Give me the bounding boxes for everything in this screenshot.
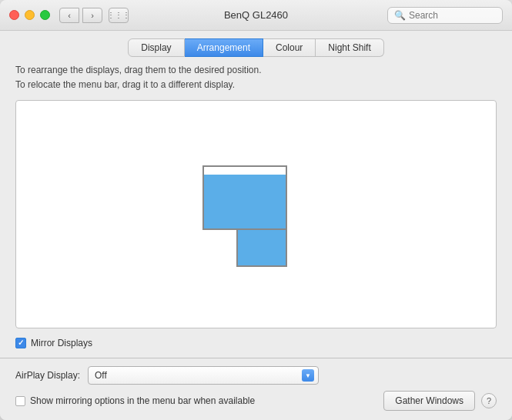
mirror-displays-checkbox[interactable]: ✓ [15, 338, 26, 348]
display-main[interactable] [202, 168, 287, 230]
back-button[interactable]: ‹ [59, 8, 79, 23]
displays-container [195, 153, 318, 276]
tabs-row: Display Arrangement Colour Night Shift [0, 31, 512, 63]
display-secondary[interactable] [236, 228, 287, 267]
airplay-dropdown-wrapper: Off On ▼ [88, 366, 319, 385]
forward-button[interactable]: › [82, 8, 102, 23]
titlebar: ‹ › ⋮⋮⋮ BenQ GL2460 🔍 [0, 0, 512, 31]
tab-nightshift[interactable]: Night Shift [316, 38, 383, 57]
airplay-dropdown[interactable]: Off On [88, 366, 319, 385]
maximize-button[interactable] [40, 10, 50, 20]
search-box[interactable]: 🔍 [387, 7, 503, 24]
show-mirroring-checkbox[interactable] [15, 396, 25, 406]
help-button[interactable]: ? [481, 393, 497, 408]
description-line1: To rearrange the displays, drag them to … [15, 63, 497, 78]
close-button[interactable] [9, 10, 19, 20]
airplay-label: AirPlay Display: [15, 370, 80, 381]
mirror-displays-row: ✓ Mirror Displays [15, 338, 497, 348]
mirror-displays-label[interactable]: Mirror Displays [31, 338, 92, 348]
search-input[interactable] [409, 10, 496, 21]
grid-button[interactable]: ⋮⋮⋮ [109, 8, 129, 23]
footer-row: Show mirroring options in the menu bar w… [15, 391, 497, 411]
description-line2: To relocate the menu bar, drag it to a d… [15, 78, 497, 92]
display-main-menubar [202, 165, 287, 175]
description: To rearrange the displays, drag them to … [15, 63, 497, 92]
show-mirroring-label: Show mirroring options in the menu bar w… [30, 395, 255, 406]
tab-display[interactable]: Display [128, 38, 184, 57]
checkmark-icon: ✓ [18, 339, 24, 347]
airplay-row: AirPlay Display: Off On ▼ [15, 366, 497, 385]
bottom-section: AirPlay Display: Off On ▼ Show mirroring… [0, 358, 512, 420]
main-window: ‹ › ⋮⋮⋮ BenQ GL2460 🔍 Display Arrangemen… [0, 0, 512, 420]
tab-colour[interactable]: Colour [263, 38, 316, 57]
window-title: BenQ GL2460 [224, 9, 288, 21]
minimize-button[interactable] [25, 10, 35, 20]
content-area: To rearrange the displays, drag them to … [0, 63, 512, 358]
search-icon: 🔍 [394, 10, 406, 21]
tab-arrangement[interactable]: Arrangement [185, 38, 263, 57]
show-mirroring-row: Show mirroring options in the menu bar w… [15, 395, 255, 406]
footer-buttons: Gather Windows ? [383, 391, 497, 411]
traffic-lights [9, 10, 50, 20]
display-area [15, 100, 497, 328]
nav-buttons: ‹ › [59, 8, 102, 23]
gather-windows-button[interactable]: Gather Windows [383, 391, 475, 411]
